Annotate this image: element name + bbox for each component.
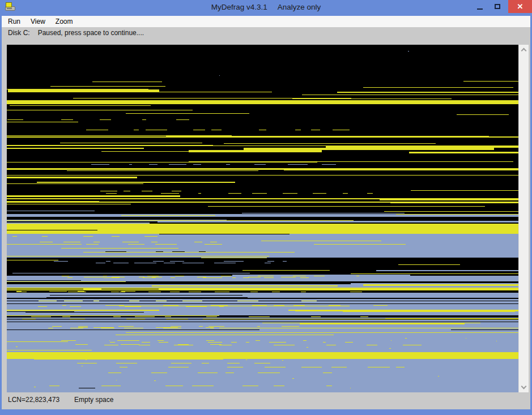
- disk-map[interactable]: [7, 45, 518, 392]
- chevron-up-icon: [521, 48, 527, 54]
- menu-zoom[interactable]: Zoom: [50, 16, 78, 27]
- title-bar: MyDefrag v4.3.1 Analyze only ✕: [0, 0, 532, 16]
- close-icon: ✕: [517, 3, 524, 10]
- window-content: Run View Zoom Disk C: Paused, press spac…: [2, 16, 530, 409]
- minimize-icon: [477, 8, 483, 10]
- mydefrag-window: MyDefrag v4.3.1 Analyze only ✕ Run View …: [0, 0, 532, 415]
- map-scrollbar[interactable]: [518, 45, 529, 392]
- menu-run[interactable]: Run: [2, 16, 25, 27]
- close-button[interactable]: ✕: [508, 0, 532, 13]
- mode-title: Analyze only: [278, 3, 321, 11]
- bottom-status-bar: LCN=22,823,473 Empty space: [8, 395, 113, 404]
- disk-label: Disk C:: [8, 29, 30, 37]
- app-title: MyDefrag v4.3.1: [211, 3, 267, 11]
- scroll-down-button[interactable]: [519, 383, 529, 392]
- pause-message: Paused, press space to continue....: [38, 29, 144, 37]
- menu-bar: Run View Zoom: [2, 16, 530, 27]
- client-area: Disk C: Paused, press space to continue.…: [2, 27, 530, 409]
- chevron-down-icon: [521, 384, 527, 390]
- maximize-icon: [495, 4, 500, 9]
- window-title: MyDefrag v4.3.1 Analyze only: [0, 0, 532, 14]
- menu-view[interactable]: View: [25, 16, 50, 27]
- hover-block-label: Empty space: [74, 396, 113, 404]
- disk-status-line: Disk C: Paused, press space to continue.…: [8, 28, 144, 37]
- scroll-up-button[interactable]: [519, 45, 529, 54]
- minimize-button[interactable]: [472, 0, 488, 13]
- lcn-value: LCN=22,823,473: [8, 396, 59, 404]
- disk-map-canvas[interactable]: [7, 45, 518, 392]
- maximize-button[interactable]: [489, 0, 506, 13]
